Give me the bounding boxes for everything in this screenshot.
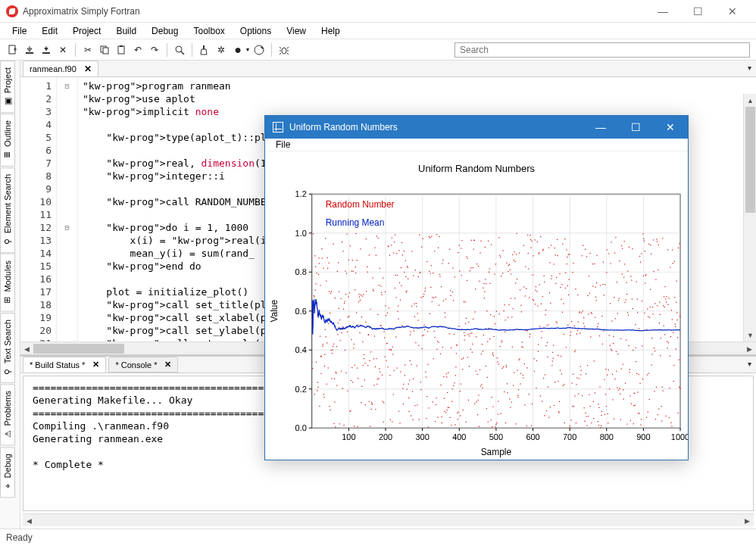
svg-rect-544 [484, 298, 485, 298]
svg-rect-304 [395, 337, 396, 338]
plot-maximize-button[interactable]: ☐ [618, 116, 653, 139]
svg-rect-568 [492, 407, 493, 407]
menu-debug[interactable]: Debug [145, 24, 184, 38]
plot-close-button[interactable]: ✕ [653, 116, 688, 139]
scroll-up-icon[interactable]: ▲ [744, 94, 756, 107]
menu-options[interactable]: Options [234, 24, 277, 38]
undo-icon[interactable]: ↶ [131, 43, 145, 57]
menu-file[interactable]: File [6, 24, 33, 38]
svg-rect-847 [595, 297, 596, 298]
menu-edit[interactable]: Edit [36, 24, 64, 38]
svg-rect-586 [499, 255, 500, 256]
svg-rect-477 [459, 271, 460, 272]
find-icon[interactable] [173, 43, 186, 57]
svg-rect-247 [374, 248, 375, 248]
svg-rect-420 [438, 342, 439, 343]
menu-build[interactable]: Build [110, 24, 142, 38]
svg-rect-465 [455, 425, 455, 426]
svg-rect-370 [420, 272, 420, 273]
svg-rect-785 [573, 374, 573, 375]
plot-titlebar[interactable]: Uniform Random Numbers — ☐ ✕ [265, 116, 688, 139]
plot-minimize-button[interactable]: — [583, 116, 618, 139]
paste-icon[interactable] [114, 43, 128, 57]
svg-rect-729 [552, 361, 553, 362]
fold-column[interactable]: ⊟⊟ [57, 77, 78, 341]
svg-rect-494 [465, 422, 466, 423]
tab-console[interactable]: * Console * ✕ [108, 357, 178, 373]
minimize-button[interactable]: — [645, 0, 680, 23]
svg-rect-1008 [654, 304, 655, 304]
left-tab-text-search[interactable]: ⚲Text Search [0, 313, 15, 383]
svg-rect-819 [585, 413, 586, 413]
scroll-down-icon[interactable]: ▼ [744, 329, 756, 341]
svg-rect-481 [461, 248, 461, 249]
build-dropdown-icon[interactable]: ▾ [246, 46, 249, 53]
svg-rect-380 [423, 294, 424, 295]
left-tab-element-search[interactable]: ⚲Element Search [0, 167, 15, 253]
svg-rect-470 [457, 345, 458, 345]
svg-rect-998 [651, 365, 652, 366]
left-tab-outline[interactable]: ≣Outline [0, 114, 15, 167]
svg-rect-597 [504, 310, 505, 311]
tab-overflow-icon[interactable]: ▾ [748, 64, 751, 72]
svg-rect-521 [476, 371, 476, 372]
left-tab-debug[interactable]: ⌖Debug [0, 447, 15, 497]
delete-icon[interactable]: ✕ [56, 43, 70, 57]
new-file-icon[interactable] [6, 43, 20, 57]
svg-rect-720 [548, 417, 549, 418]
tab-close-icon[interactable]: ✕ [92, 360, 99, 370]
svg-rect-377 [423, 239, 423, 239]
save-file-icon[interactable] [39, 43, 53, 57]
svg-rect-949 [633, 424, 634, 425]
file-tab[interactable]: ranmean.f90 ✕ [23, 61, 98, 76]
svg-rect-376 [422, 335, 423, 336]
scroll-right-icon[interactable]: ▶ [743, 342, 756, 355]
scroll-right-icon[interactable]: ▶ [741, 514, 754, 527]
svg-rect-311 [398, 319, 398, 320]
tab-close-icon[interactable]: ✕ [164, 360, 171, 370]
console-hscrollbar[interactable]: ◀ ▶ [23, 513, 754, 526]
menu-view[interactable]: View [280, 24, 312, 38]
scroll-thumb[interactable] [745, 107, 755, 213]
tab-overflow-icon[interactable]: ▾ [748, 360, 751, 368]
svg-rect-957 [636, 282, 637, 282]
editor-vscrollbar[interactable]: ▲ ▼ [743, 94, 756, 341]
svg-rect-879 [608, 413, 608, 414]
svg-rect-104 [322, 258, 323, 259]
run-icon[interactable] [252, 43, 266, 57]
cut-icon[interactable]: ✂ [81, 43, 95, 57]
svg-rect-292 [391, 245, 392, 246]
redo-icon[interactable]: ↷ [148, 43, 161, 57]
menu-project[interactable]: Project [67, 24, 107, 38]
svg-rect-1019 [659, 323, 660, 324]
close-button[interactable]: ✕ [715, 0, 750, 23]
svg-rect-673 [531, 241, 532, 242]
menu-help[interactable]: Help [315, 24, 346, 38]
copy-icon[interactable] [98, 43, 111, 57]
file-tab-close-icon[interactable]: ✕ [84, 64, 92, 74]
build-icon[interactable]: ● [231, 43, 245, 57]
debug-icon[interactable] [277, 43, 291, 57]
build-settings-icon[interactable]: ✲ [214, 43, 228, 57]
plot-window: Uniform Random Numbers — ☐ ✕ File Unifor… [264, 115, 689, 460]
left-tab-problems[interactable]: ⚠Problems [0, 384, 15, 445]
svg-rect-220 [364, 363, 365, 364]
plot-menu-file[interactable]: File [271, 139, 295, 150]
left-tab-strip: ▣Project ≣Outline ⚲Element Search ⊞Modul… [0, 61, 20, 529]
search-input[interactable] [455, 42, 750, 58]
svg-rect-1005 [654, 348, 654, 348]
open-file-icon[interactable] [23, 43, 36, 57]
menu-toolbox[interactable]: Toolbox [187, 24, 230, 38]
scroll-left-icon[interactable]: ◀ [23, 514, 36, 527]
svg-rect-938 [629, 372, 629, 373]
clean-icon[interactable] [198, 43, 211, 57]
left-tab-project[interactable]: ▣Project [0, 61, 15, 113]
maximize-button[interactable]: ☐ [680, 0, 715, 23]
scroll-left-icon[interactable]: ◀ [20, 342, 33, 355]
svg-rect-593 [502, 368, 503, 369]
svg-rect-82 [314, 297, 314, 298]
scroll-thumb[interactable] [33, 344, 124, 354]
left-tab-modules[interactable]: ⊞Modules [0, 254, 15, 312]
svg-rect-163 [343, 425, 344, 426]
tab-build-status[interactable]: * Build Status * ✕ [23, 357, 106, 373]
